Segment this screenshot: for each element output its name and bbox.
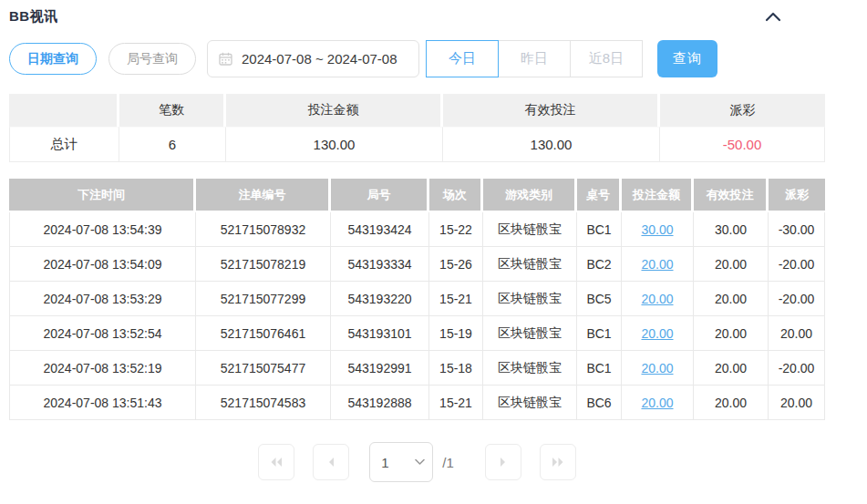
chevron-right-icon — [499, 457, 508, 468]
summary-header-valid-bet: 有效投注 — [443, 94, 660, 127]
bet-amount-cell: 20.00 — [622, 386, 694, 420]
bet-time-cell: 2024-07-08 13:53:29 — [9, 282, 196, 316]
chevron-up-icon — [765, 11, 781, 22]
summary-header-row: 笔数 投注金额 有效投注 派彩 — [9, 94, 825, 127]
search-button[interactable]: 查询 — [657, 40, 717, 77]
col-game-type: 游戏类别 — [483, 179, 577, 212]
table-number-cell: BC6 — [577, 386, 622, 420]
col-session: 场次 — [429, 179, 483, 212]
col-bet-time: 下注时间 — [9, 179, 196, 212]
table-row: 2024-07-08 13:52:19 521715075477 5431929… — [9, 351, 825, 386]
summary-total-payout: -50.00 — [660, 127, 825, 162]
order-number-cell: 521715078219 — [196, 247, 331, 282]
round-number-cell: 543192888 — [331, 386, 429, 420]
pagination: 1 /1 — [9, 442, 825, 482]
order-number-cell: 521715075477 — [196, 351, 331, 386]
payout-cell: -20.00 — [769, 247, 825, 282]
round-number-cell: 543193220 — [331, 282, 429, 316]
bet-time-cell: 2024-07-08 13:52:54 — [9, 316, 196, 351]
session-cell: 15-18 — [429, 351, 483, 386]
table-number-cell: BC1 — [577, 212, 622, 247]
bet-time-cell: 2024-07-08 13:54:39 — [9, 212, 196, 247]
order-number-cell: 521715076461 — [196, 316, 331, 351]
payout-cell: -20.00 — [769, 351, 825, 386]
today-button[interactable]: 今日 — [426, 40, 499, 77]
bet-records-table: 下注时间 注单编号 局号 场次 游戏类别 桌号 投注金额 有效投注 派彩 202… — [9, 179, 825, 420]
summary-header-payout: 派彩 — [660, 94, 825, 127]
bet-amount-link[interactable]: 20.00 — [641, 257, 673, 272]
bet-amount-link[interactable]: 20.00 — [641, 396, 673, 410]
date-query-label: 日期查询 — [27, 51, 78, 67]
round-query-tab[interactable]: 局号查询 — [108, 43, 196, 75]
table-row: 2024-07-08 13:51:43 521715074583 5431928… — [9, 386, 825, 420]
order-number-cell: 521715077299 — [196, 282, 331, 316]
summary-total-row: 总计 6 130.00 130.00 -50.00 — [9, 127, 825, 162]
table-number-cell: BC1 — [577, 316, 622, 351]
order-number-cell: 521715074583 — [196, 386, 331, 420]
valid-bet-cell: 20.00 — [694, 316, 769, 351]
summary-total-count: 6 — [119, 127, 226, 162]
bet-amount-cell: 30.00 — [622, 212, 694, 247]
summary-header-empty — [9, 94, 119, 127]
page-select-wrap: 1 — [369, 442, 433, 482]
double-chevron-right-icon — [551, 457, 565, 468]
last-page-button[interactable] — [540, 444, 576, 480]
valid-bet-cell: 20.00 — [694, 351, 769, 386]
valid-bet-cell: 20.00 — [694, 386, 769, 420]
summary-header-count: 笔数 — [119, 94, 226, 127]
bet-time-cell: 2024-07-08 13:52:19 — [9, 351, 196, 386]
next-page-button[interactable] — [485, 444, 521, 480]
bet-amount-cell: 20.00 — [622, 247, 694, 282]
game-type-cell: 区块链骰宝 — [483, 351, 577, 386]
summary-table: 笔数 投注金额 有效投注 派彩 总计 6 130.00 130.00 -50.0… — [9, 94, 825, 162]
bet-amount-link[interactable]: 20.00 — [641, 292, 673, 306]
bet-amount-link[interactable]: 20.00 — [641, 326, 673, 341]
bet-amount-link[interactable]: 30.00 — [641, 222, 673, 237]
yesterday-button[interactable]: 昨日 — [498, 40, 571, 77]
summary-total-bet-amount: 130.00 — [226, 127, 443, 162]
calendar-icon — [219, 52, 232, 66]
payout-cell: -30.00 — [769, 212, 825, 247]
game-type-cell: 区块链骰宝 — [483, 247, 577, 282]
session-cell: 15-26 — [429, 247, 483, 282]
table-row: 2024-07-08 13:54:09 521715078219 5431933… — [9, 247, 825, 282]
panel-header: BB视讯 — [9, 5, 825, 27]
payout-cell: 20.00 — [769, 316, 825, 351]
double-chevron-left-icon — [269, 457, 284, 468]
bet-amount-link[interactable]: 20.00 — [641, 361, 673, 375]
bb-video-panel: BB视讯 日期查询 局号查询 — [0, 0, 867, 504]
session-cell: 15-21 — [429, 282, 483, 316]
order-number-cell: 521715078932 — [196, 212, 331, 247]
last8days-button[interactable]: 近8日 — [570, 40, 643, 77]
prev-page-button[interactable] — [313, 444, 349, 480]
round-number-cell: 543192991 — [331, 351, 429, 386]
date-range-input[interactable]: 2024-07-08 ~ 2024-07-08 — [207, 40, 419, 77]
date-query-tab[interactable]: 日期查询 — [9, 43, 97, 75]
col-order-number: 注单编号 — [196, 179, 331, 212]
table-row: 2024-07-08 13:54:39 521715078932 5431934… — [9, 212, 825, 247]
session-cell: 15-19 — [429, 316, 483, 351]
collapse-panel-button[interactable] — [763, 6, 783, 26]
table-row: 2024-07-08 13:53:29 521715077299 5431932… — [9, 282, 825, 316]
payout-cell: 20.00 — [769, 386, 825, 420]
table-number-cell: BC5 — [577, 282, 622, 316]
quick-date-group: 今日 昨日 近8日 — [427, 40, 643, 77]
session-cell: 15-21 — [429, 386, 483, 420]
summary-header-bet-amount: 投注金额 — [226, 94, 443, 127]
table-header-row: 下注时间 注单编号 局号 场次 游戏类别 桌号 投注金额 有效投注 派彩 — [9, 179, 825, 212]
valid-bet-cell: 20.00 — [694, 282, 769, 316]
page-select[interactable]: 1 — [369, 442, 433, 482]
game-type-cell: 区块链骰宝 — [483, 282, 577, 316]
payout-cell: -20.00 — [769, 282, 825, 316]
round-number-cell: 543193424 — [331, 212, 429, 247]
valid-bet-cell: 20.00 — [694, 247, 769, 282]
date-range-value: 2024-07-08 ~ 2024-07-08 — [242, 51, 397, 67]
first-page-button[interactable] — [258, 444, 294, 480]
bet-amount-cell: 20.00 — [622, 282, 694, 316]
bet-amount-cell: 20.00 — [622, 351, 694, 386]
col-bet-amount: 投注金额 — [622, 179, 694, 212]
table-row: 2024-07-08 13:52:54 521715076461 5431931… — [9, 316, 825, 351]
page-total-label: /1 — [442, 455, 454, 470]
round-query-label: 局号查询 — [127, 51, 178, 67]
summary-total-valid-bet: 130.00 — [443, 127, 660, 162]
